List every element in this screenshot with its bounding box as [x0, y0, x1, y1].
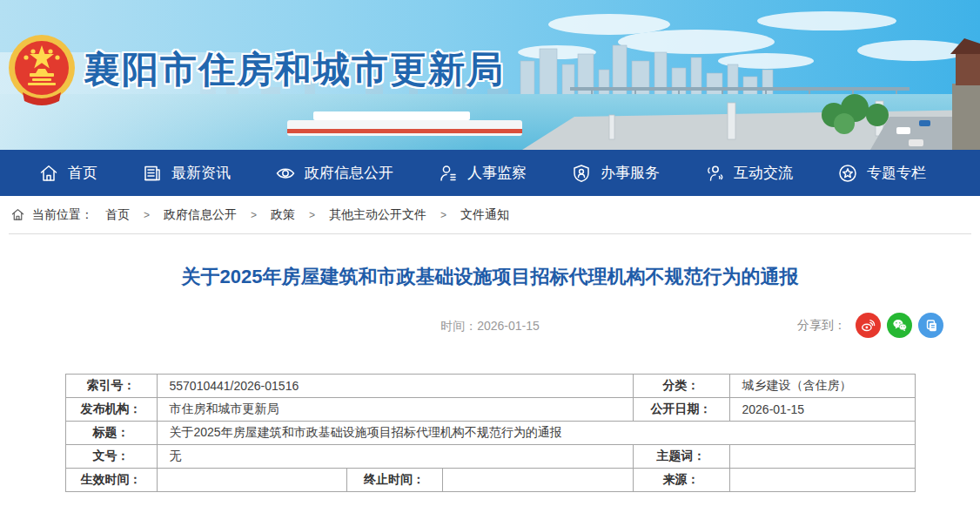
nav-item-personnel[interactable]: 人事监察 [438, 163, 527, 184]
table-row: 文号： 无 主题词： [65, 445, 915, 469]
nav-label: 政府信息公开 [305, 163, 393, 183]
category-label: 分类： [633, 375, 729, 398]
eye-icon [275, 163, 296, 184]
site-title: 襄阳市住房和城市更新局 [84, 45, 505, 94]
table-row: 索引号： 557010441/2026-01516 分类： 城乡建设（含住房） [65, 375, 915, 398]
time-value: 2026-01-15 [477, 319, 540, 333]
breadcrumb-home-icon [10, 207, 25, 222]
nav-label: 首页 [68, 163, 97, 183]
doc-number-value: 无 [157, 445, 633, 469]
breadcrumb-divider [9, 233, 971, 234]
main-nav: 首页 最新资讯 政府信息公开 人事监察 办事服务 互动交流 专题专栏 [0, 150, 980, 196]
weibo-icon [860, 317, 876, 334]
national-emblem [7, 31, 77, 110]
copy-icon [923, 317, 939, 334]
article-meta-row: 时间：2026-01-15 分享到： [0, 313, 980, 339]
table-row: 发布机构： 市住房和城市更新局 公开日期： 2026-01-15 [65, 398, 915, 422]
table-row: 生效时间： 终止时间： 来源： [65, 469, 915, 492]
breadcrumb-item-policy[interactable]: 政策 [271, 207, 295, 223]
share-label: 分享到： [797, 318, 846, 334]
document-info-table: 索引号： 557010441/2026-01516 分类： 城乡建设（含住房） … [65, 374, 916, 492]
time-label: 时间： [440, 319, 477, 333]
effective-date-label: 生效时间： [65, 469, 157, 492]
breadcrumb-location-label: 当前位置： [32, 207, 93, 223]
wechat-icon [891, 317, 908, 334]
source-label: 来源： [633, 469, 729, 492]
share-copy-button[interactable] [918, 313, 943, 338]
nav-label: 互动交流 [734, 163, 793, 183]
breadcrumb-separator: > [309, 209, 315, 221]
nav-item-home[interactable]: 首页 [38, 163, 97, 184]
person-icon [438, 163, 459, 184]
share-wechat-button[interactable] [887, 313, 912, 338]
breadcrumb-item-home[interactable]: 首页 [105, 207, 130, 223]
nav-item-news[interactable]: 最新资讯 [142, 163, 231, 184]
keywords-value [729, 445, 915, 469]
effective-date-value [157, 469, 346, 492]
breadcrumb-separator: > [440, 209, 446, 221]
doc-number-label: 文号： [65, 445, 157, 469]
share-weibo-button[interactable] [856, 313, 881, 338]
nav-item-services[interactable]: 办事服务 [571, 163, 660, 184]
source-value [729, 469, 915, 492]
publish-date-label: 公开日期： [633, 398, 729, 422]
table-row: 标题： 关于2025年房屋建筑和市政基础设施项目招标代理机构不规范行为的通报 [65, 422, 915, 445]
title-label: 标题： [65, 422, 157, 445]
breadcrumb-item-gov-info[interactable]: 政府信息公开 [164, 207, 237, 223]
nav-item-interaction[interactable]: 互动交流 [704, 163, 793, 184]
breadcrumb-item-other-docs[interactable]: 其他主动公开文件 [329, 207, 426, 223]
issuing-org-label: 发布机构： [65, 398, 157, 422]
article-title: 关于2025年房屋建筑和市政基础设施项目招标代理机构不规范行为的通报 [0, 264, 980, 290]
expiry-date-label: 终止时间： [346, 469, 442, 492]
index-number-label: 索引号： [65, 375, 157, 398]
star-icon [837, 163, 858, 184]
news-icon [142, 163, 163, 184]
expiry-date-value [442, 469, 633, 492]
nav-label: 最新资讯 [171, 163, 231, 183]
nav-label: 办事服务 [601, 163, 660, 183]
breadcrumb: 当前位置： 首页 > 政府信息公开 > 政策 > 其他主动公开文件 > 文件通知 [0, 196, 980, 233]
category-value: 城乡建设（含住房） [729, 375, 915, 398]
breadcrumb-separator: > [144, 209, 150, 221]
breadcrumb-item-notices[interactable]: 文件通知 [460, 207, 509, 223]
index-number-value: 557010441/2026-01516 [157, 375, 633, 398]
nav-item-topics[interactable]: 专题专栏 [837, 163, 926, 184]
nav-label: 专题专栏 [867, 163, 926, 183]
chat-icon [704, 163, 725, 184]
keywords-label: 主题词： [633, 445, 729, 469]
shield-icon [571, 163, 592, 184]
share-box: 分享到： [797, 313, 943, 338]
home-icon [38, 163, 59, 184]
issuing-org-value: 市住房和城市更新局 [157, 398, 633, 422]
breadcrumb-separator: > [251, 209, 257, 221]
title-value: 关于2025年房屋建筑和市政基础设施项目招标代理机构不规范行为的通报 [157, 422, 915, 445]
nav-item-gov-info[interactable]: 政府信息公开 [275, 163, 393, 184]
publish-date-value: 2026-01-15 [729, 398, 915, 422]
nav-label: 人事监察 [467, 163, 527, 183]
header-banner: 襄阳市住房和城市更新局 [0, 0, 980, 150]
